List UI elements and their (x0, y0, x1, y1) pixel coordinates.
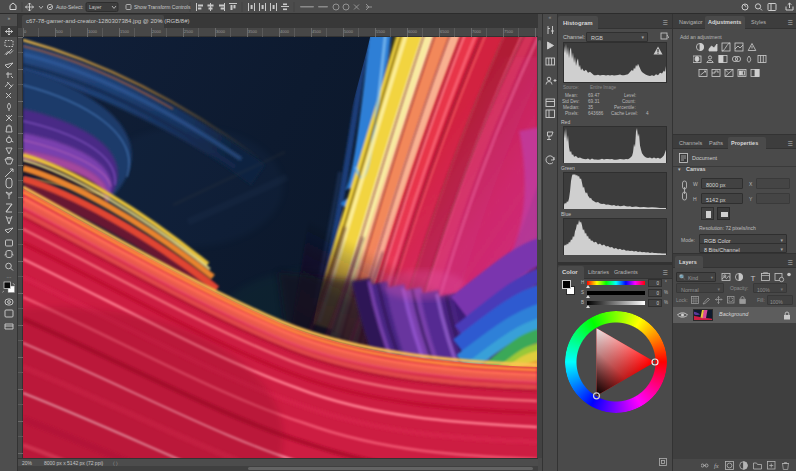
svg-text:»: » (8, 15, 11, 21)
svg-text:Layer: Layer (89, 4, 102, 10)
svg-text:⋯: ⋯ (7, 274, 12, 280)
svg-text:«: « (549, 14, 552, 20)
svg-text:fx: fx (714, 462, 719, 469)
svg-text:T: T (751, 274, 756, 283)
svg-text:Show Transform Controls: Show Transform Controls (134, 4, 191, 10)
svg-text:Auto-Select:: Auto-Select: (56, 4, 83, 10)
